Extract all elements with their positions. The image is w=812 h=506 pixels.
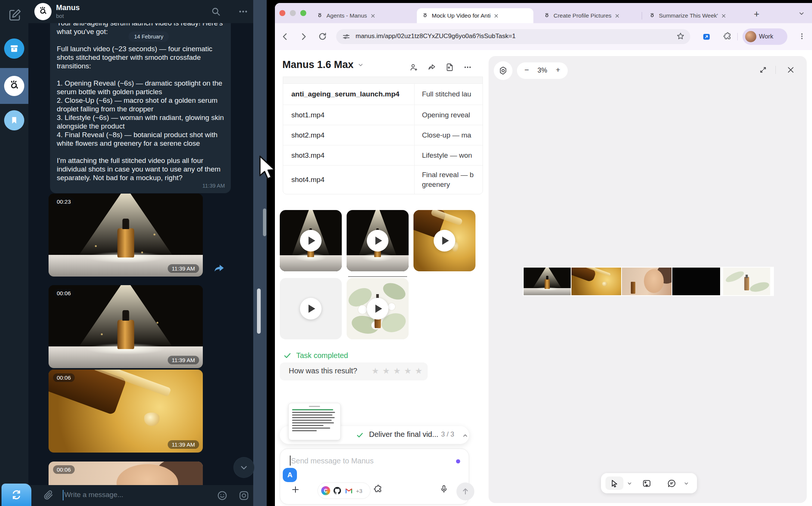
side-panel-icon[interactable]	[702, 33, 711, 41]
more-options-icon[interactable]	[463, 63, 472, 72]
panel-divider	[775, 66, 776, 74]
tab-close-icon[interactable]	[494, 13, 499, 18]
add-attachment-button[interactable]	[291, 485, 300, 494]
video-note-icon[interactable]	[238, 490, 250, 501]
tab-close-icon[interactable]	[615, 13, 620, 18]
minimize-window-button[interactable]	[290, 10, 296, 16]
new-tab-button[interactable]: +	[754, 8, 759, 20]
browser-menu-icon[interactable]	[798, 32, 806, 40]
close-window-button[interactable]	[279, 10, 285, 16]
message-scrollbar-thumb[interactable]	[263, 209, 266, 236]
video-message-1[interactable]: 00:23 11:39 AM	[49, 194, 203, 277]
attach-icon[interactable]	[43, 490, 54, 501]
terminal-screenshot-thumbnail[interactable]	[288, 403, 341, 440]
sidebar-item-manus-chat[interactable]	[4, 76, 24, 96]
manus-message-input[interactable]: Send message to Manus	[291, 457, 374, 465]
connected-apps-pill[interactable]: C +3	[317, 482, 371, 499]
new-document-icon[interactable]	[445, 63, 454, 72]
tab-close-icon[interactable]	[371, 13, 375, 18]
chat-tool-icon[interactable]	[667, 479, 676, 488]
pointer-icon	[610, 479, 619, 487]
pointer-options-chevron-icon[interactable]	[627, 481, 632, 486]
table-row[interactable]: shot1.mp4 Opening reveal	[283, 105, 483, 125]
tab-mock-up-video[interactable]: Mock Up Video for Anti	[417, 8, 533, 23]
share-icon[interactable]	[427, 63, 436, 72]
view-settings-button[interactable]	[494, 61, 512, 80]
forward-arrow-icon[interactable]	[213, 262, 226, 274]
site-settings-icon[interactable]	[342, 33, 350, 41]
saved-messages-button[interactable]	[4, 110, 24, 130]
extensions-puzzle-icon[interactable]	[723, 32, 732, 41]
compose-icon[interactable]	[8, 8, 22, 22]
file-description: Close-up — ma	[414, 125, 483, 145]
message-timestamp: 11:39 AM	[202, 182, 225, 190]
play-icon[interactable]	[367, 230, 388, 252]
star-icon[interactable]: ★	[372, 366, 379, 376]
zoom-in-button[interactable]: +	[556, 65, 560, 74]
tools-puzzle-icon[interactable]	[374, 484, 383, 494]
telegram-message-input[interactable]: Write a message...	[64, 491, 123, 499]
address-bar[interactable]: manus.im/app/02uz1tz8CYxZUC9g6yo0a6?isSu…	[336, 29, 690, 44]
video-tile-5[interactable]	[347, 278, 409, 339]
chat-menu-icon[interactable]	[238, 9, 248, 14]
table-row[interactable]: shot4.mp4 Final reveal — b greenery	[283, 166, 483, 194]
table-row[interactable]: shot2.mp4 Close-up — ma	[283, 125, 483, 145]
tab-agents-manus[interactable]: Agents - Manus	[312, 8, 412, 23]
emoji-icon[interactable]	[217, 490, 228, 501]
tab-create-profile-pictures[interactable]: Create Profile Pictures	[539, 8, 639, 23]
search-icon[interactable]	[211, 6, 221, 17]
send-button[interactable]	[456, 482, 474, 500]
chevron-down-icon	[357, 62, 364, 68]
microphone-icon[interactable]	[439, 484, 449, 494]
bookmark-star-icon[interactable]	[676, 32, 685, 41]
mouse-cursor	[258, 155, 278, 182]
video-tile-1[interactable]	[280, 210, 342, 271]
profile-button[interactable]: Work	[743, 28, 787, 45]
video-tile-3[interactable]	[413, 210, 475, 271]
maximize-window-button[interactable]	[300, 10, 306, 16]
star-icon[interactable]: ★	[404, 366, 412, 376]
rating-prompt: How was this result? ★ ★ ★ ★ ★	[280, 362, 428, 380]
chat-options-chevron-icon[interactable]	[684, 481, 689, 486]
play-icon[interactable]	[367, 298, 388, 320]
image-upload-tool-icon[interactable]	[642, 479, 651, 488]
play-icon[interactable]	[300, 298, 322, 320]
forward-icon[interactable]	[299, 32, 309, 41]
file-name: shot1.mp4	[283, 111, 414, 119]
star-icon[interactable]: ★	[382, 366, 390, 376]
play-icon[interactable]	[300, 230, 322, 252]
table-row[interactable]: anti_ageing_serum_launch.mp4 Full stitch…	[283, 84, 483, 105]
video-message-2[interactable]: 00:06 11:39 AM	[49, 285, 203, 368]
task-completed-label: Task completed	[296, 351, 348, 360]
star-icon[interactable]: ★	[415, 366, 422, 376]
video-timestamp: 11:39 AM	[168, 264, 199, 273]
tab-list-chevron-icon[interactable]	[799, 10, 805, 16]
video-tile-2[interactable]	[347, 210, 409, 271]
message-paragraph: I'm attaching the full stitched video pl…	[57, 156, 224, 182]
play-icon[interactable]	[434, 230, 455, 252]
video-tile-4[interactable]	[280, 278, 342, 339]
model-selector[interactable]: Manus 1.6 Max	[282, 59, 364, 71]
chevron-up-icon[interactable]	[462, 432, 468, 439]
window-scroll-strip	[253, 0, 267, 506]
video-duration-badge: 00:23	[53, 197, 75, 206]
bookmark-icon	[9, 115, 19, 125]
expand-icon[interactable]	[759, 66, 767, 74]
close-panel-icon[interactable]	[787, 66, 795, 74]
video-message-3[interactable]: 00:06 11:39 AM	[49, 370, 203, 453]
telegram-sidebar-rail	[0, 0, 28, 506]
invite-user-icon[interactable]	[409, 63, 418, 72]
back-icon[interactable]	[280, 32, 290, 41]
table-row[interactable]: shot3.mp4 Lifestyle — won	[283, 145, 483, 166]
star-icon[interactable]: ★	[393, 366, 401, 376]
tab-close-icon[interactable]	[721, 13, 726, 18]
zoom-control: − 3% +	[517, 62, 568, 79]
chat-header: Manus bot	[28, 0, 253, 23]
scroll-to-bottom-button[interactable]	[233, 457, 254, 478]
tab-summarize-week[interactable]: Summarize This Week'	[644, 8, 747, 23]
pointer-tool-button[interactable]	[605, 476, 623, 490]
reload-icon[interactable]	[318, 32, 327, 41]
chat-header-avatar[interactable]	[34, 3, 52, 20]
archived-chats-button[interactable]	[4, 38, 24, 59]
window-scrollbar-thumb[interactable]	[257, 289, 261, 334]
